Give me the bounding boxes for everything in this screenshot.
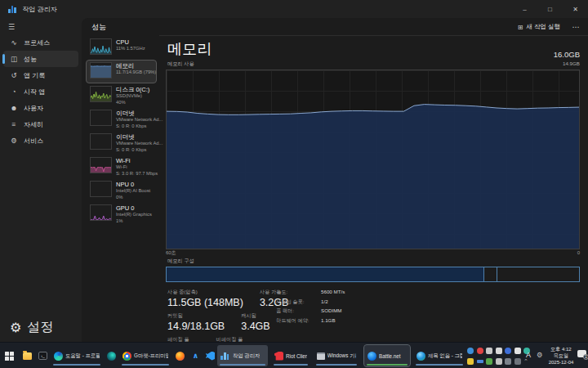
stat-slots: 사용된 슬롯: 1/2 [276,298,345,306]
untitled-paint-button[interactable]: 제목 없음 - 그림... [413,345,466,366]
perf-item-title: 디스크 0(C:) [116,86,149,93]
clock-day: 목요일 [546,352,577,359]
sidebar-item-details[interactable]: ≡ 자세히 [3,116,78,132]
hamburger-menu-button[interactable]: ☰ [8,23,21,31]
caret-app-button[interactable]: ∧ [188,345,203,366]
perf-item-cpu[interactable]: CPU 11% 1.57GHz [86,36,157,60]
tray-show-hidden-icon[interactable]: ⌃ [523,358,530,365]
task-manager-taskbar-button[interactable]: 작업 관리자 [217,345,268,366]
memory-total: 16.0GB [554,50,580,59]
sidebar-item-settings[interactable]: ⚙ 설정 [3,319,77,335]
sidebar-item-processes[interactable]: ∿ 프로세스 [3,34,78,51]
perf-item-ethernet-1[interactable]: 이더넷 VMware Network Ad... S: 0 R: 0 Kbps [86,107,157,131]
memory-stats: 사용 중(압축) 11.5GB (148MB) 사용 가능 3.2GB 커밋됨 … [167,289,588,342]
wave-app-button[interactable] [104,345,119,366]
tray-green-app-icon[interactable] [486,358,492,365]
maximize-button[interactable]: □ [537,0,563,18]
tray-bluetooth-icon[interactable] [505,348,511,354]
vscode-button[interactable] [203,345,218,366]
chrome-window-button[interactable]: G마켓-프리미엄 ... [119,345,172,366]
stat-hw-reserved: 하드웨어 예약: 1.1GB [276,317,345,325]
performance-list-header: 성능 [82,18,159,36]
start-button[interactable] [2,345,17,366]
tray-mail-icon[interactable] [514,348,521,354]
windows-feature-button[interactable]: Windows 기능 [314,345,359,366]
perf-item-title: GPU 0 [116,204,152,212]
ime-settings-gear-icon[interactable]: ⚙ [537,351,543,359]
tray-yellow-app-icon[interactable] [467,358,474,365]
caret-app-icon: ∧ [191,352,200,361]
riot-client-button[interactable]: Riot Client [271,345,310,366]
sidebar-item-label: 자세히 [24,120,43,129]
perf-item-title: Wi-Fi [116,157,153,164]
tray-blue-bar-icon[interactable] [477,360,483,363]
perf-item-npu[interactable]: NPU 0 Intel(R) AI Boost 0% [86,178,157,202]
perf-item-sub: 1% [116,218,152,225]
composition-label: 메모리 구성 [167,258,588,265]
system-tray-row-1[interactable] [467,348,530,354]
perf-item-title: CPU [116,38,145,46]
perf-item-sub: SSD(NVMe) [116,93,149,100]
x-axis-right-label: 0 [577,249,580,257]
panel-toolbar: ⊞ 새 작업 실행 ⋯ [159,18,588,36]
memory-composition-bar [166,267,580,282]
task-manager-logo-icon [8,5,16,13]
perf-item-disk[interactable]: 디스크 0(C:) SSD(NVMe) 40% [86,83,157,107]
page-title: 메모리 [167,39,212,59]
firefox-button[interactable] [172,345,188,366]
sidebar-item-services[interactable]: ⚙ 서비스 [3,132,78,149]
tray-display-icon[interactable] [486,348,492,354]
file-explorer-button[interactable] [20,345,35,366]
x-axis-left-label: 60초 [166,249,176,257]
services-icon: ⚙ [10,137,18,145]
terminal-button[interactable]: ›_ [35,345,51,366]
sidebar-item-label: 서비스 [24,137,43,146]
sidebar-item-app-history[interactable]: ↺ 앱 기록 [3,67,78,83]
minimize-button[interactable]: – [512,0,537,18]
tray-gray-app-icon[interactable] [514,358,521,365]
vscode-icon [206,352,215,361]
close-button[interactable]: ✕ [563,0,588,18]
notification-center-button[interactable]: 1 [577,350,586,357]
perf-item-wifi[interactable]: Wi-Fi Wi-Fi S: 3.0 R: 97.7 Mbps [86,155,157,178]
more-options-button[interactable]: ⋯ [568,20,583,34]
stat-speed: 속도: 5600 MT/s [276,289,345,296]
sidebar-item-performance[interactable]: ◫ 성능 [3,51,78,67]
taskbar: ›_ 도움말 - 프로필 ... G마켓-프리미엄 ... ∧ 작업 관리자 R… [0,342,588,368]
graph-max-label: 14.9GB [563,61,580,68]
riot-client-icon [274,352,283,361]
notification-badge: 1 [583,354,588,360]
sidebar-item-users[interactable]: ☻ 사용자 [3,100,78,116]
ethernet-minigraph [90,133,112,150]
tray-copy-icon[interactable] [496,358,502,365]
edge-window-button[interactable]: 도움말 - 프로필 ... [51,345,103,366]
perf-item-gpu[interactable]: GPU 0 Intel(R) Graphics 1% [86,202,157,226]
memory-hardware-info: 속도: 5600 MT/s 사용된 슬롯: 1/2 폼 팩터: SODIMM 하… [276,289,345,326]
stat-form-factor: 폼 팩터: SODIMM [276,307,345,315]
sidebar-item-startup-apps[interactable]: ◔ 시작 앱 [3,83,78,100]
globe-icon [416,352,425,361]
tray-arrows-icon[interactable] [505,358,511,365]
perf-item-memory[interactable]: 메모리 11.7/14.9GB (79%) [86,60,157,83]
battlenet-button[interactable]: Battle.net [364,345,410,366]
window-controls: – □ ✕ [512,0,588,18]
chrome-icon [122,352,131,361]
composition-separator [497,267,497,281]
clock-time: 오후 4:12 [546,346,577,352]
composition-in-use-segment [167,267,484,281]
sidebar-item-label: 프로세스 [24,38,50,47]
tray-blue-app-icon[interactable] [467,348,474,354]
perf-item-sub: 40% [116,100,149,106]
tray-red-app-icon[interactable] [477,348,483,354]
taskbar-clock[interactable]: 오후 4:12 목요일 2025-12-04 [546,346,577,366]
sidebar: ☰ ∿ 프로세스 ◫ 성능 ↺ 앱 기록 ◔ 시작 앱 ☻ 사용자 ≡ 자세히 … [0,18,82,342]
wifi-minigraph [90,157,112,173]
ime-indicator[interactable]: A [526,351,531,359]
settings-label: 설정 [27,319,53,336]
perf-item-ethernet-2[interactable]: 이더넷 VMware Network Ad... S: 0 R: 0 Kbps [86,131,157,155]
perf-item-sub: VMware Network Ad... [116,117,153,123]
stat-nonpaged-pool: 비페이징 풀 422MB [216,336,249,342]
run-new-task-button[interactable]: ⊞ 새 작업 실행 [513,20,565,34]
tray-battery-icon[interactable] [496,348,502,354]
system-tray-row-2[interactable]: ⌃ [467,358,530,365]
